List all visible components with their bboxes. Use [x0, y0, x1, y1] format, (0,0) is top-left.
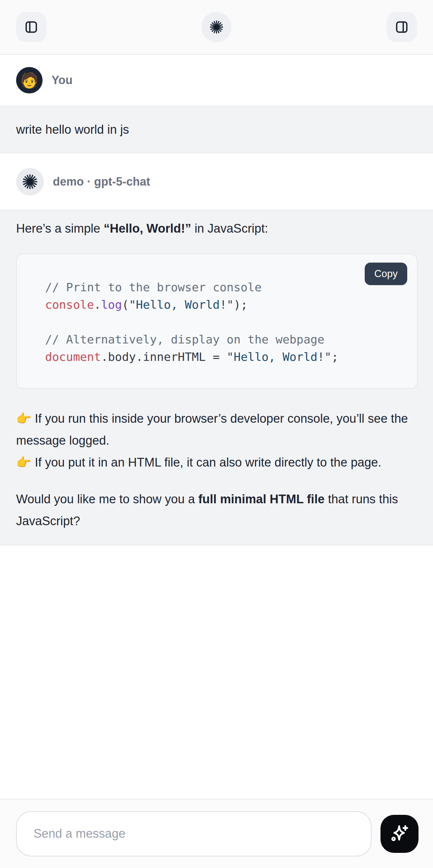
code-line: // Alternatively, display on the webpage: [45, 331, 405, 348]
chat-app: 🧑 You write hello world in js de: [0, 0, 433, 868]
code-line: console.log("Hello, World!");: [45, 296, 405, 313]
assistant-intro-text: Here’s a simple “Hello, World!” in JavaS…: [16, 221, 417, 236]
composer-bar: [0, 799, 433, 868]
right-panel-toggle-button[interactable]: [386, 12, 417, 42]
starburst-avatar-icon: [22, 173, 38, 190]
user-sender-label: You: [52, 73, 72, 87]
user-avatar-emoji: 🧑: [20, 73, 38, 88]
sidebar-toggle-button[interactable]: [16, 12, 47, 42]
logo-button[interactable]: [202, 12, 231, 42]
assistant-avatar: [16, 168, 44, 195]
code-block: Copy // Print to the browser consolecons…: [16, 254, 417, 389]
user-avatar: 🧑: [16, 67, 42, 93]
user-message-header: 🧑 You: [0, 55, 433, 106]
panel-right-icon: [394, 20, 409, 34]
assistant-question-text: Would you like me to show you a full min…: [16, 488, 417, 532]
chat-scroll[interactable]: 🧑 You write hello world in js de: [0, 55, 433, 799]
copy-button[interactable]: Copy: [365, 262, 407, 285]
assistant-sender-label: demo · gpt-5-chat: [53, 175, 150, 188]
user-message-body: write hello world in js: [0, 106, 433, 153]
starburst-logo-icon: [209, 20, 224, 34]
topbar: [0, 0, 433, 55]
message-input[interactable]: [16, 811, 371, 857]
send-button[interactable]: [380, 815, 419, 853]
code-content: // Print to the browser consoleconsole.l…: [45, 279, 405, 366]
code-line: document.body.innerHTML = "Hello, World!…: [45, 348, 405, 366]
code-line: [45, 313, 405, 331]
assistant-message-header: demo · gpt-5-chat: [0, 153, 433, 210]
assistant-pointers-text: 👉 If you run this inside your browser’s …: [16, 408, 417, 473]
chat-empty-space: [0, 546, 433, 799]
assistant-message-body: Here’s a simple “Hello, World!” in JavaS…: [0, 210, 433, 546]
code-line: // Print to the browser console: [45, 279, 405, 296]
user-message-text: write hello world in js: [16, 123, 129, 136]
panel-left-icon: [24, 20, 39, 34]
sparkles-icon: [389, 823, 410, 844]
